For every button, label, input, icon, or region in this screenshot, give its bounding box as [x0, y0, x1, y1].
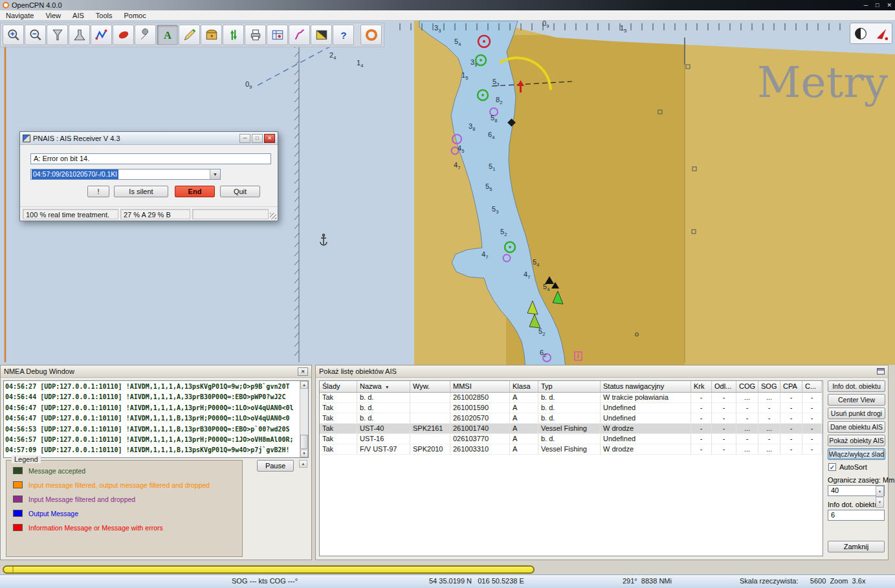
zoom-out-button[interactable] — [25, 25, 46, 45]
column-header[interactable]: COG — [736, 381, 758, 393]
table-cell: SPK2161 — [410, 424, 450, 434]
table-row[interactable]: Takb. d.261001590Ab. d.Undefined------ — [320, 403, 823, 413]
zoom-in-button[interactable] — [3, 25, 24, 45]
ais-table-body: Takb. d.261002850Ab. d.W trakcie poławia… — [320, 393, 823, 455]
chart-downloader-button[interactable] — [201, 25, 222, 45]
menu-view[interactable]: View — [39, 10, 67, 21]
end-button[interactable]: End — [175, 186, 215, 197]
table-row[interactable]: TakUST-40SPK2161261001740AVessel Fishing… — [320, 424, 823, 434]
menu-ais[interactable]: AIS — [67, 10, 90, 21]
pnais-minimize-icon[interactable]: ─ — [239, 134, 250, 143]
track-button[interactable] — [289, 25, 310, 45]
table-row[interactable]: Takb. d.261002850Ab. d.W trakcie poławia… — [320, 393, 823, 403]
ais-button-5[interactable]: Pokaż obiekty AIS — [828, 435, 885, 446]
ais-restore-icon[interactable] — [877, 368, 885, 375]
table-cell: Tak — [320, 393, 357, 403]
column-header[interactable]: CPA — [780, 381, 802, 393]
table-row[interactable]: Takb. d.261020570Ab. d.Undefined------ — [320, 413, 823, 424]
settings-button[interactable] — [135, 25, 156, 45]
table-cell: ... — [758, 393, 780, 403]
mini-scroll-up-icon[interactable]: ▲ — [299, 460, 307, 468]
quit-button[interactable]: Quit — [220, 186, 260, 197]
route-manager-button[interactable] — [267, 25, 288, 45]
table-row[interactable]: TakF/V UST-97SPK2010261003310AVessel Fis… — [320, 444, 823, 455]
nmea-log-scrollbar[interactable]: ▲ ▼ — [300, 381, 308, 457]
pnais-statusbar: 100 % real time treatment. 27 % A 29 % B — [20, 206, 278, 221]
spin-down-icon[interactable]: ▼ — [876, 497, 884, 508]
alert-button[interactable]: ! — [87, 186, 109, 197]
create-route-button[interactable] — [91, 25, 112, 45]
auto-follow-button[interactable] — [113, 25, 134, 45]
nmea-close-icon[interactable]: ✕ — [298, 367, 308, 376]
table-cell: W trakcie poławiania — [601, 393, 691, 403]
range-spinner[interactable]: ▲ ▼ — [876, 486, 884, 495]
autosort-row[interactable]: ✓ AutoSort — [828, 462, 885, 472]
menu-tools[interactable]: Tools — [90, 10, 118, 21]
scroll-up-icon[interactable]: ▲ — [300, 381, 308, 389]
ais-button-3[interactable]: Usuń punkt drogi — [828, 408, 885, 419]
ais-button-2[interactable]: Center View — [828, 394, 885, 406]
pnais-message-combo[interactable]: 04:57:09/261020570/-/0.1Kl ▼ — [30, 169, 221, 180]
pause-button[interactable]: Pause — [257, 460, 294, 472]
combo-dropdown-icon[interactable]: ▼ — [210, 169, 220, 179]
log-line: 04:56:53 [UDP:127.0.0.1:10110] !AIVDM,1,… — [5, 424, 307, 435]
table-cell: SPK2010 — [410, 444, 450, 455]
pnais-message-field[interactable]: A: Error on bit 14. — [30, 153, 271, 164]
nmea-titlebar[interactable]: NMEA Debug Window ✕ — [1, 365, 311, 378]
range-input[interactable]: 40 ▲ ▼ — [828, 485, 885, 496]
minimize-icon[interactable]: ─ — [864, 0, 868, 10]
ais-table[interactable]: ŚladyNazwa▼Wyw.MMSIKlasaTypStatus nawiga… — [319, 380, 823, 556]
legend-item: Output Message — [13, 509, 242, 517]
ais-button-4[interactable]: Dane obiektu AIS — [828, 421, 885, 433]
table-cell: - — [712, 403, 736, 413]
autosort-checkbox[interactable]: ✓ — [828, 463, 836, 471]
close-icon[interactable]: ✕ — [887, 0, 892, 10]
scroll-down-icon[interactable]: ▼ — [300, 450, 308, 457]
column-header[interactable]: Nazwa▼ — [357, 381, 410, 393]
column-header[interactable]: Odl... — [712, 381, 736, 393]
column-header[interactable]: Wyw. — [410, 381, 450, 393]
window-titlebar[interactable]: OpenCPN 4.0.0 ─ □ ✕ — [0, 0, 895, 10]
column-header[interactable]: SOG — [758, 381, 780, 393]
info-count-input[interactable]: 6 — [828, 510, 885, 521]
vertical-arrows-button[interactable] — [223, 25, 244, 45]
scroll-thumb[interactable] — [300, 435, 308, 449]
spin-up-icon[interactable]: ▲ — [876, 486, 884, 497]
compass-button[interactable] — [360, 25, 382, 45]
resize-grip[interactable] — [270, 213, 276, 219]
print-button[interactable] — [245, 25, 266, 45]
column-header[interactable]: MMSI — [450, 381, 510, 393]
table-cell: - — [802, 403, 822, 413]
pnais-close-icon[interactable]: ✕ — [264, 134, 275, 143]
table-cell: UST-16 — [357, 434, 410, 444]
column-header[interactable]: Ślady — [320, 381, 357, 393]
column-header[interactable]: Status nawigacyjny — [601, 381, 691, 393]
table-row[interactable]: TakUST-16026103770Ab. d.Undefined------ — [320, 434, 823, 444]
pnais-maximize-icon[interactable]: □ — [252, 134, 263, 143]
scale-in-button[interactable] — [69, 25, 90, 45]
column-header[interactable]: C... — [802, 381, 822, 393]
chart-piano-bar[interactable] — [3, 565, 535, 574]
table-cell: - — [802, 434, 822, 444]
compass-status-panel[interactable] — [850, 23, 892, 44]
scale-out-button[interactable] — [47, 25, 68, 45]
enc-text-button[interactable]: A — [157, 25, 178, 45]
pnais-titlebar[interactable]: PNAIS : AIS Receiver V 4.3 ─ □ ✕ — [20, 132, 278, 145]
menu-navigate[interactable]: Navigate — [0, 10, 39, 21]
measure-button[interactable] — [179, 25, 200, 45]
nmea-log[interactable]: 04:56:27 [UDP:127.0.0.1:10110] !AIVDM,1,… — [3, 380, 309, 458]
color-scheme-button[interactable] — [311, 25, 332, 45]
maximize-icon[interactable]: □ — [876, 0, 879, 10]
help-button[interactable]: ? — [333, 25, 354, 45]
column-header[interactable]: Typ — [538, 381, 601, 393]
zamknij-button[interactable]: Zamknij — [828, 541, 885, 552]
ais-button-6[interactable]: Włącz/wyłącz ślad — [828, 448, 885, 460]
menu-pomoc[interactable]: Pomoc — [118, 10, 152, 21]
ais-button-1[interactable]: Info dot. obiektu — [828, 380, 885, 392]
column-header[interactable]: Klasa — [510, 381, 538, 393]
ais-titlebar[interactable]: Pokaż listę obiektów AIS — [316, 365, 888, 378]
log-line: 04:56:44 [UDP:127.0.0.1:10110] !AIVDM,1,… — [5, 392, 307, 402]
column-header[interactable]: Krk — [691, 381, 712, 393]
table-cell: 261003310 — [450, 444, 510, 455]
is-silent-button[interactable]: Is silent — [114, 186, 168, 197]
